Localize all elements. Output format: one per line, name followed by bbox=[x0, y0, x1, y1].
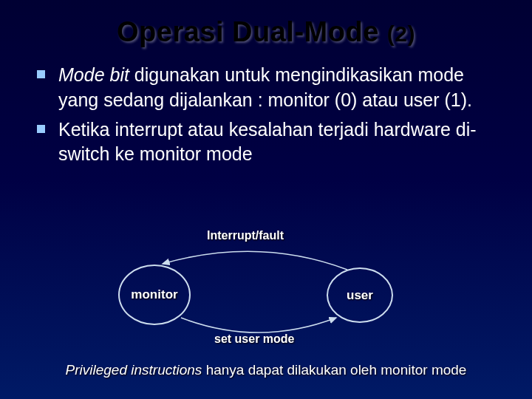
monitor-node: monitor bbox=[118, 265, 191, 325]
bullet-icon bbox=[37, 70, 45, 78]
title-main: Operasi Dual-Mode bbox=[117, 16, 387, 47]
diagram-top-label: Interrupt/fault bbox=[207, 229, 284, 242]
slide-title: Operasi Dual-Mode (2) bbox=[0, 0, 532, 63]
user-node: user bbox=[327, 267, 393, 323]
monitor-node-label: monitor bbox=[131, 287, 177, 302]
footer-italic: Privileged instructions bbox=[66, 362, 202, 378]
title-sub: (2) bbox=[387, 21, 415, 46]
bullet-icon bbox=[37, 125, 45, 133]
bullet-list: Mode bit digunakan untuk mengindikasikan… bbox=[0, 63, 532, 167]
bullet-rest: Ketika interrupt atau kesalahan terjadi … bbox=[58, 119, 477, 165]
bullet-text: Ketika interrupt atau kesalahan terjadi … bbox=[58, 117, 488, 168]
bullet-text: Mode bit digunakan untuk mengindikasikan… bbox=[58, 63, 488, 113]
bullet-italic: Mode bit bbox=[58, 64, 129, 85]
footer-note: Privileged instructions hanya dapat dila… bbox=[0, 362, 532, 378]
list-item: Mode bit digunakan untuk mengindikasikan… bbox=[37, 63, 488, 113]
user-node-label: user bbox=[347, 288, 373, 303]
footer-rest: hanya dapat dilakukan oleh monitor mode bbox=[202, 362, 466, 378]
diagram-bottom-label: set user mode bbox=[214, 332, 294, 346]
list-item: Ketika interrupt atau kesalahan terjadi … bbox=[37, 117, 488, 168]
